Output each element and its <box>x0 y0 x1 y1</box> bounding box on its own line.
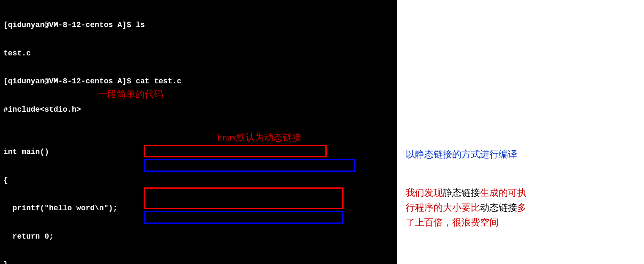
code-line: return 0; <box>3 230 397 244</box>
shell-prompt: [qidunyan@VM-8-12-centos A]$ <box>3 21 136 29</box>
note-fragment: 静态链接 <box>443 187 480 198</box>
note-fragment: 动态链接 <box>480 202 517 213</box>
ls-output: test.c <box>3 47 397 60</box>
annotation-default-dynamic: linux默认为动态链接 <box>217 131 301 144</box>
code-line: } <box>3 258 397 264</box>
prompt-line: [qidunyan@VM-8-12-centos A]$ cat test.c <box>3 74 397 88</box>
annotation-simple-code: 一段简单的代码 <box>98 88 163 101</box>
annotation-static-compile: 以静态链接的方式进行编译 <box>406 148 517 161</box>
code-line: #include<stdio.h> <box>3 103 397 117</box>
code-line: printf("hello word\n"); <box>3 201 397 215</box>
terminal-window[interactable]: [qidunyan@VM-8-12-centos A]$ ls test.c [… <box>0 0 397 264</box>
code-line: int main() <box>3 145 397 159</box>
code-line: { <box>3 173 397 187</box>
command-cat: cat test.c <box>136 77 181 85</box>
annotation-size-comparison: 我们发现静态链接生成的可执行程序的大小要比动态链接多了上百倍，很浪费空间 <box>406 185 532 230</box>
command-ls: ls <box>136 21 145 29</box>
shell-prompt: [qidunyan@VM-8-12-centos A]$ <box>3 77 136 85</box>
note-fragment: 我们发现 <box>406 187 443 198</box>
prompt-line: [qidunyan@VM-8-12-centos A]$ ls <box>3 18 397 32</box>
